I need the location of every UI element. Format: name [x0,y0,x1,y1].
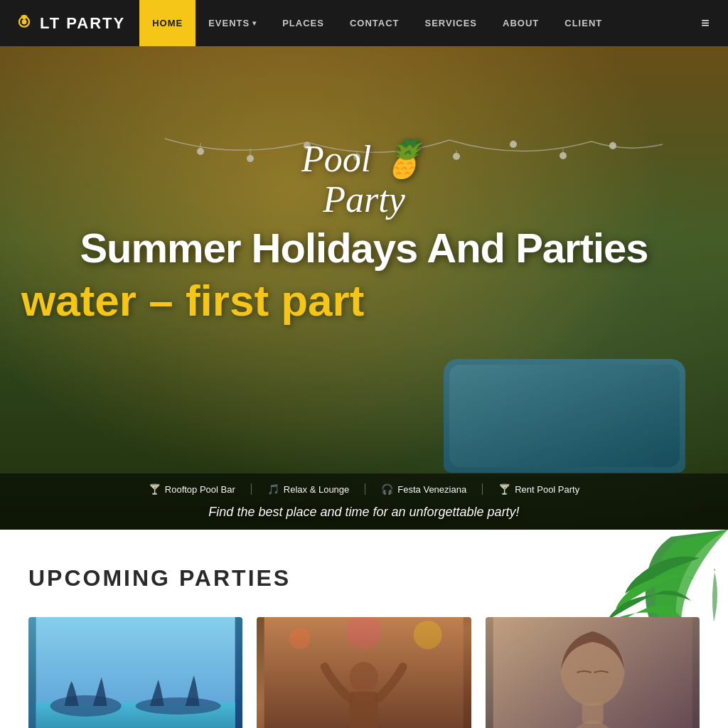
hero-link-relax[interactable]: 🎵 Relax & Lounge [252,483,366,495]
hamburger-menu-button[interactable]: ≡ [694,15,717,31]
hero-links: 🍸 Rooftop Pool Bar 🎵 Relax & Lounge 🎧 Fe… [0,483,728,495]
party-card-1[interactable] [28,617,242,728]
svg-point-24 [50,695,122,717]
party-cards [28,617,700,728]
svg-point-30 [414,621,442,649]
nav-item-contact[interactable]: CONTACT [337,0,412,46]
svg-rect-28 [350,692,378,728]
party-card-3[interactable] [486,617,700,728]
hero-title: Summer Holidays And Parties [80,225,648,271]
nav-item-places[interactable]: PLACES [269,0,337,46]
music-icon: 🎵 [267,483,279,495]
hero-link-rooftop[interactable]: 🍸 Rooftop Pool Bar [133,483,252,495]
party-card-2[interactable] [257,617,471,728]
hero-link-veneziana[interactable]: 🎧 Festa Veneziana [365,483,483,495]
brand-party: PARTY [66,14,125,33]
pineapple-icon: 🍍 [380,139,427,179]
hero-link-rent[interactable]: 🍸 Rent Pool Party [483,483,595,495]
chevron-down-icon: ▾ [252,19,257,27]
brand-icon [14,14,34,33]
svg-rect-3 [23,20,25,24]
hero-section: Pool 🍍 Party Summer Holidays And Parties… [0,46,728,530]
nav-item-events[interactable]: EVENTS ▾ [196,0,269,46]
card2-scene [257,617,471,728]
brand[interactable]: LT PARTY [0,14,139,33]
card3-scene [486,617,700,728]
hero-bottom-bar: 🍸 Rooftop Pool Bar 🎵 Relax & Lounge 🎧 Fe… [0,473,728,530]
brand-lt: LT [40,14,60,33]
hero-tagline: Find the best place and time for an unfo… [0,502,728,523]
nav-item-services[interactable]: SERVICES [412,0,491,46]
hero-content: Pool 🍍 Party Summer Holidays And Parties… [0,46,728,530]
cocktail-icon: 🍸 [149,483,161,495]
nav-item-home[interactable]: HOME [139,0,196,46]
svg-point-27 [350,662,378,693]
navbar: LT PARTY HOME EVENTS ▾ PLACES CONTACT SE… [0,0,728,46]
svg-point-25 [136,697,221,714]
upcoming-section: UPCOMING PARTIES [0,530,728,728]
headphone-icon: 🎧 [381,483,393,495]
cocktail2-icon: 🍸 [498,483,510,495]
card1-scene [28,617,242,728]
hero-script-text: Pool 🍍 Party [301,139,427,220]
hero-subtitle: water – first part [0,275,364,326]
nav-item-client[interactable]: CLIENT [552,0,615,46]
svg-point-29 [289,628,311,649]
upcoming-title: UPCOMING PARTIES [28,565,700,592]
nav-item-about[interactable]: ABOUT [490,0,552,46]
nav-items: HOME EVENTS ▾ PLACES CONTACT SERVICES AB… [139,0,694,46]
